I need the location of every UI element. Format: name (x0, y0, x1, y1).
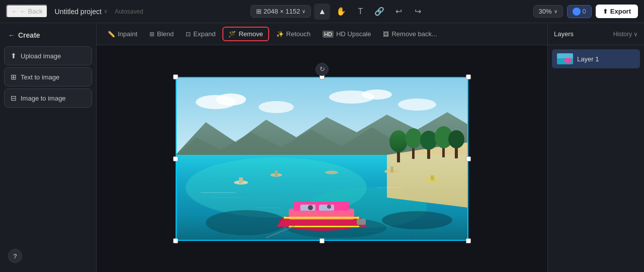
topbar-center: ⊞ 2048 × 1152 ∨ ▲ ✋ T 🔗 ↩ ↪ (251, 4, 426, 20)
canvas-size-arrow-icon: ∨ (302, 9, 305, 14)
svg-point-6 (398, 99, 436, 111)
canvas-size-value: 2048 × 1152 (264, 8, 300, 15)
svg-rect-52 (557, 53, 573, 58)
handle-middle-right[interactable] (466, 156, 471, 161)
svg-point-45 (308, 205, 313, 210)
image-to-image-button[interactable]: ⊟ Image to image (4, 88, 92, 108)
refresh-button[interactable]: ↻ (315, 63, 329, 76)
select-tool-button[interactable]: ▲ (314, 4, 330, 20)
remove-button[interactable]: 🪄 Remove (222, 27, 269, 41)
svg-rect-27 (239, 177, 243, 184)
zoom-selector[interactable]: 30% ∨ (533, 5, 563, 18)
upload-image-button[interactable]: ⬆ Upload image (4, 46, 92, 65)
svg-point-5 (362, 89, 392, 100)
hd-upscale-button[interactable]: HD HD Upscale (317, 28, 376, 40)
layer-1-item[interactable]: Layer 1 (552, 49, 640, 68)
handle-top-right[interactable] (466, 74, 471, 79)
expand-button[interactable]: ⊡ Expand (181, 28, 220, 40)
history-arrow-icon: ∨ (633, 31, 638, 38)
svg-rect-44 (357, 219, 366, 225)
canvas-image (176, 77, 468, 241)
canvas-size-selector[interactable]: ⊞ 2048 × 1152 ∨ (251, 5, 311, 18)
text-to-image-icon: ⊞ (11, 73, 17, 81)
svg-point-17 (389, 130, 408, 152)
svg-point-30 (325, 170, 338, 174)
handle-bottom-right[interactable] (466, 238, 471, 243)
svg-rect-40 (289, 226, 359, 227)
undo-button[interactable]: ↩ (390, 4, 407, 20)
undo-icon: ↩ (395, 7, 402, 16)
svg-point-2 (216, 94, 246, 106)
back-label: ← Back (20, 8, 43, 15)
svg-point-14 (382, 211, 452, 229)
upload-image-label: Upload image (21, 52, 61, 60)
help-button[interactable]: ? (8, 249, 22, 263)
svg-rect-34 (431, 175, 434, 180)
expand-icon: ⊡ (186, 31, 191, 38)
expand-label: Expand (193, 30, 215, 38)
hand-tool-button[interactable]: ✋ (333, 4, 349, 20)
svg-point-19 (406, 128, 422, 148)
remove-icon: 🪄 (228, 31, 236, 38)
credits-button[interactable]: 0 (567, 5, 592, 18)
layer-1-thumbnail (557, 53, 573, 64)
handle-bottom-left[interactable] (173, 238, 178, 243)
canvas-viewport[interactable]: ↻ (97, 45, 547, 272)
left-sidebar: ← Create ⬆ Upload image ⊞ Text to image … (0, 23, 97, 272)
svg-point-21 (420, 131, 437, 150)
retouch-button[interactable]: ✨ Retouch (271, 28, 315, 40)
sidebar-bottom: ? (4, 245, 92, 267)
inpaint-label: Inpaint (118, 30, 137, 38)
zoom-value: 30% (539, 8, 552, 15)
refresh-icon: ↻ (319, 65, 325, 73)
inpaint-icon: ✏️ (108, 31, 115, 38)
cursor-icon: ▲ (318, 7, 327, 16)
panel-tabs: Layers (554, 28, 574, 40)
tab-layers[interactable]: Layers (554, 28, 574, 40)
link-tool-button[interactable]: 🔗 (371, 4, 387, 20)
retouch-label: Retouch (286, 30, 310, 38)
right-panel: Layers History ∨ Layer 1 (547, 23, 644, 272)
right-panel-header: Layers History ∨ (548, 23, 644, 45)
remove-background-label: Remove back... (391, 30, 437, 38)
remove-background-button[interactable]: 🖼 Remove back... (378, 28, 442, 40)
handle-middle-left[interactable] (173, 156, 178, 161)
toolbar-strip: ✏️ Inpaint ⊞ Blend ⊡ Expand 🪄 Remove ✨ R… (97, 23, 547, 45)
sidebar-header: ← Create (4, 28, 92, 42)
text-tool-button[interactable]: T (352, 4, 368, 20)
blend-label: Blend (157, 30, 174, 38)
history-toggle[interactable]: History ∨ (613, 31, 638, 38)
image-to-image-icon: ⊟ (11, 94, 17, 102)
blend-button[interactable]: ⊞ Blend (144, 28, 179, 40)
help-icon: ? (13, 252, 17, 260)
svg-point-12 (206, 210, 286, 235)
text-icon: T (358, 7, 363, 16)
autosaved-label: Autosaved (115, 8, 143, 15)
back-arrow-icon: ← (11, 8, 18, 15)
hd-upscale-icon: HD (323, 31, 334, 38)
svg-rect-39 (284, 217, 359, 219)
back-button[interactable]: ← ← Back (6, 5, 48, 18)
svg-marker-36 (276, 219, 367, 227)
redo-button[interactable]: ↪ (410, 4, 426, 20)
canvas-size-icon: ⊞ (256, 8, 262, 15)
inpaint-button[interactable]: ✏️ Inpaint (103, 28, 142, 40)
handle-top-left[interactable] (173, 74, 178, 79)
link-icon: 🔗 (374, 7, 384, 16)
upload-icon: ⬆ (11, 52, 17, 60)
export-icon: ⬆ (603, 8, 608, 15)
export-label: Export (610, 8, 631, 15)
credits-circle-icon (573, 8, 581, 16)
export-button[interactable]: ⬆ Export (596, 5, 638, 18)
hand-icon: ✋ (336, 7, 346, 16)
project-name-text: Untitled project (55, 8, 102, 16)
sidebar-back-icon: ← (8, 31, 15, 39)
text-to-image-button[interactable]: ⊞ Text to image (4, 67, 92, 86)
svg-point-46 (327, 205, 331, 209)
svg-rect-42 (319, 205, 334, 211)
image-container: ↻ (176, 77, 468, 241)
handle-bottom-middle[interactable] (319, 238, 325, 243)
image-to-image-label: Image to image (21, 95, 66, 102)
project-name[interactable]: Untitled project ∨ (52, 6, 111, 18)
remove-background-icon: 🖼 (383, 31, 389, 38)
